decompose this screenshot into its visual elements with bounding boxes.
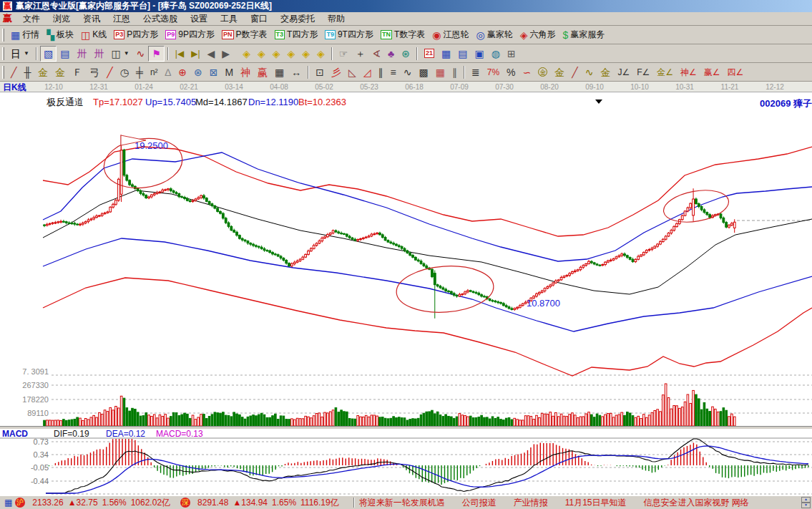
fibonacci-ruler[interactable]: Ｆ [69,64,86,80]
draw-pen[interactable]: ╱ [7,64,20,80]
t-number-table-button[interactable]: TNT数字表 [377,27,429,43]
hist-tool[interactable]: ≣ [468,64,484,80]
angle-tool[interactable]: ∢ [368,46,384,62]
menu-item-1[interactable]: 文件 [16,12,47,26]
ruler-grid[interactable]: ╫ [20,64,34,80]
sectors-button[interactable]: ▚板块 [43,27,77,43]
wave-icon[interactable]: ∿ [133,46,149,62]
red-pen[interactable]: ╱ [103,64,116,80]
p9-square-button[interactable]: P99P四方形 [162,27,218,43]
gann-diamond-1[interactable]: ◈ [239,46,254,62]
t9-square-button[interactable]: T99T四方形 [321,27,377,43]
n2-ruler[interactable]: n² [147,64,162,80]
win-grid[interactable]: 赢 [254,64,271,80]
bow-ruler[interactable]: 弓 [86,64,103,80]
calculator-button[interactable]: ▦ [438,46,454,62]
gold-ratio-ruler-1[interactable]: 金 [34,64,52,80]
menu-item-5[interactable]: 公式选股 [137,12,184,26]
m-wave[interactable]: M [221,64,237,80]
web-box[interactable]: ⊠ [206,64,222,80]
menu-item-10[interactable]: 帮助 [321,12,351,26]
gann-diamond-5[interactable]: ◈ [298,46,313,62]
toolbar-grip[interactable] [2,66,4,79]
shen-angle[interactable]: 神∠ [677,64,700,80]
t-square-button[interactable]: T3T四方形 [271,27,322,43]
win-angle[interactable]: 赢∠ [700,64,724,80]
winner-wheel-button[interactable]: ◎赢家轮 [472,27,516,43]
box-tool[interactable]: ⊡ [312,64,328,80]
sz-index[interactable]: 深8291.48▲134.941.65%1116.19亿 [180,497,339,509]
prev-bar-button[interactable]: ◀ [204,46,219,62]
crosshair-tool[interactable]: ＋ [351,46,368,62]
wave-gold[interactable]: ∿ [582,64,597,80]
menu-item-3[interactable]: 资讯 [77,12,107,26]
report-button[interactable]: ▤ [454,46,471,62]
fine-ruler[interactable]: ╪ [132,64,147,80]
four-angle[interactable]: 四∠ [724,64,748,80]
menu-item-7[interactable]: 工具 [214,12,244,26]
export-button[interactable]: ◍ [488,46,504,62]
toolbar-grip[interactable] [2,47,4,60]
f-angle[interactable]: F∠ [633,64,653,80]
hand-tool[interactable]: ☞ [336,46,352,62]
quote-board-icon[interactable]: ▤ [57,46,73,62]
fan-box[interactable]: ◺ [345,64,360,80]
bars3-icon[interactable]: 卅 [73,46,90,62]
shen-grid[interactable]: 神 [237,64,254,80]
gold-ratio-ruler-2[interactable]: 金 [52,64,69,80]
ticker-spinner[interactable]: ▲▼ [801,497,811,508]
gold-level[interactable]: 金 [597,64,614,80]
parallel-lines[interactable]: ∥ [449,64,461,80]
p-number-table-button[interactable]: PNP数字表 [218,27,271,43]
last-page-button[interactable]: ▶| [187,46,203,62]
p-square-button[interactable]: P3P四方形 [110,27,162,43]
star-web[interactable]: ⊛ [190,64,206,80]
hexagon-button[interactable]: ◈六角形 [517,27,559,43]
menu-item-9[interactable]: 交易委托 [274,12,321,26]
pen-bars[interactable]: ╱ [568,64,581,80]
span-arrows[interactable]: ↔ [288,64,305,80]
gann-diamond-3[interactable]: ◈ [269,46,284,62]
menu-item-2[interactable]: 浏览 [47,12,77,26]
chart-area[interactable]: 12-1012-3101-2402-2103-1404-0805-0205-23… [0,82,812,495]
bars9-icon[interactable]: 卅 [90,46,107,62]
angle-ruler[interactable]: ∆ [162,64,175,80]
kline-button[interactable]: ◫K线 [77,27,110,43]
time-circle[interactable]: ◷ [117,64,132,80]
fan-box-red[interactable]: ◿ [360,64,375,80]
cycle-tool[interactable]: ♣ [384,46,398,62]
grid-red[interactable]: ▦ [432,64,449,80]
fan-lines[interactable]: 彡 [328,64,345,80]
period-button[interactable]: 日▼ [7,46,33,62]
zigzag[interactable]: ∿ [400,64,416,80]
chart-window-icon[interactable]: ▧ [40,46,57,62]
gold-circle[interactable]: 金 [534,64,551,80]
gann-wheel-button[interactable]: ◉江恩轮 [429,27,472,43]
gold-lines[interactable]: 金 [551,64,568,80]
pct-tool[interactable]: % [503,64,519,80]
candle-style-icon[interactable]: ◫▼ [107,46,132,62]
news-ticker[interactable]: 将迎来新一轮发展机遇 公司报道 产业情报 11月15日早知道 信息安全进入国家视… [359,497,800,509]
toolbar-grip[interactable] [2,29,4,42]
winner-service-button[interactable]: $赢家服务 [559,27,608,43]
first-page-button[interactable]: |◀ [172,46,187,62]
pct7-tool[interactable]: 7% [484,64,503,80]
j-angle[interactable]: J∠ [614,64,633,80]
slash-lines[interactable]: ∥ [375,64,387,80]
save-button[interactable]: ▣ [471,46,488,62]
gann-diamond-6[interactable]: ◈ [313,46,328,62]
next-bar-button[interactable]: ▶ [218,46,233,62]
market-quotes-button[interactable]: ▦行情 [7,27,43,43]
gold-angle[interactable]: 金∠ [653,64,677,80]
calendar-button[interactable]: 21 [421,46,438,62]
target-circle[interactable]: ⊕ [175,64,190,80]
menu-item-4[interactable]: 江恩 [107,12,137,26]
fractal-tool[interactable]: ⊛ [398,46,414,62]
menu-item-6[interactable]: 设置 [184,12,214,26]
three-lines[interactable]: ≡ [387,64,400,80]
grid-dense[interactable]: ▩ [416,64,432,80]
print-button[interactable]: ⊞ [504,46,519,62]
menu-item-8[interactable]: 窗口 [244,12,274,26]
sh-index[interactable]: 沪2133.26▲32.751.56%1062.02亿 [15,497,170,509]
flag-icon[interactable]: ⚑ [148,46,165,62]
